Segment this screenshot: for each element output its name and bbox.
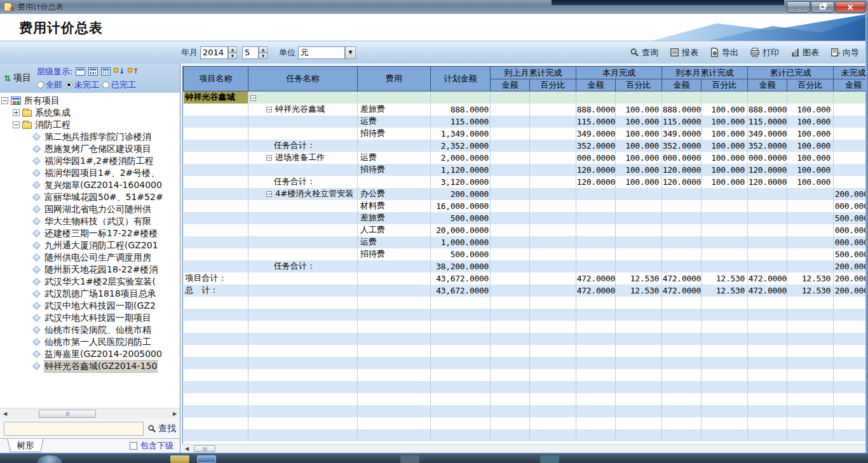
cell[interactable] — [576, 91, 616, 104]
taskbar-icon[interactable] — [197, 455, 216, 463]
cell[interactable] — [358, 91, 431, 104]
cell[interactable] — [662, 224, 702, 236]
cell[interactable]: 120.0000 — [748, 164, 787, 176]
chart-button[interactable]: 图表 — [790, 47, 819, 58]
cell[interactable] — [702, 236, 748, 248]
cell[interactable] — [184, 200, 248, 212]
tree-item[interactable]: 福润华园1#,2#楼消防工程 — [0, 155, 180, 167]
cell[interactable] — [662, 212, 702, 224]
cell[interactable] — [491, 128, 530, 140]
cell[interactable] — [530, 128, 576, 140]
tree-item[interactable]: 复兴烟草(GZ2014-1604000 — [0, 179, 180, 191]
cell[interactable] — [358, 260, 431, 272]
tree-item[interactable]: 益海嘉里(GZ2014-2005000 — [0, 348, 180, 360]
tree-horizontal-scrollbar[interactable]: ◀ ▶ — [0, 408, 180, 419]
refresh-sort-icon[interactable]: ⇅ — [4, 74, 11, 83]
cell[interactable] — [184, 188, 248, 200]
cell[interactable] — [834, 104, 868, 116]
cell[interactable] — [530, 248, 576, 260]
cell[interactable] — [834, 91, 868, 104]
cell[interactable] — [576, 248, 616, 260]
cell[interactable] — [576, 188, 616, 200]
cell[interactable]: 100.000 — [702, 152, 748, 164]
cell[interactable] — [530, 164, 576, 176]
cell[interactable] — [184, 212, 248, 224]
cell[interactable] — [491, 200, 530, 212]
cell[interactable] — [491, 152, 530, 164]
query-button[interactable]: 查询 — [630, 47, 658, 58]
cell[interactable]: 钟祥光谷鑫城 — [184, 91, 248, 104]
cell[interactable]: 100.000 — [616, 128, 662, 140]
cell[interactable]: 000.0000 — [834, 224, 868, 236]
cell[interactable]: 运费 — [358, 152, 431, 164]
cell[interactable] — [748, 248, 787, 260]
cell[interactable]: 100.000 — [702, 128, 748, 140]
cell[interactable]: 12.530 — [702, 285, 748, 297]
cell[interactable] — [431, 91, 491, 104]
cell[interactable]: 100.000 — [787, 152, 834, 164]
cell[interactable] — [702, 260, 748, 272]
cell[interactable] — [834, 176, 868, 188]
cell[interactable] — [748, 200, 787, 212]
collapse-icon[interactable]: − — [266, 107, 272, 112]
cell[interactable]: 办公费 — [358, 188, 431, 200]
cell[interactable] — [530, 188, 576, 200]
cell[interactable]: 招待费 — [358, 164, 431, 176]
taskbar-icon[interactable] — [540, 455, 559, 463]
cell[interactable] — [616, 212, 662, 224]
cell[interactable] — [702, 188, 748, 200]
scroll-left-icon[interactable]: ◀ — [182, 446, 191, 452]
cell[interactable]: 43,672.0000 — [431, 285, 491, 297]
cell[interactable] — [662, 260, 702, 272]
restore-button[interactable] — [811, 1, 834, 13]
sort-ascending-icon[interactable]: ↑ — [128, 67, 139, 76]
cell[interactable] — [787, 91, 834, 104]
cell[interactable] — [248, 116, 358, 128]
report-button[interactable]: 报表 — [670, 47, 698, 58]
cell[interactable]: 200.0000 — [431, 188, 491, 200]
cell[interactable] — [491, 224, 530, 236]
collapse-icon[interactable]: − — [250, 95, 256, 101]
cell[interactable] — [248, 272, 358, 285]
cell[interactable] — [491, 164, 530, 176]
cell[interactable]: 2,000.0000 — [431, 152, 491, 164]
cell[interactable]: 888.0000 — [662, 104, 702, 116]
grid-horizontal-scrollbar[interactable]: ◀ — [182, 444, 868, 453]
tree-item[interactable]: 国网湖北省电力公司随州供 — [0, 203, 180, 215]
cell[interactable]: 1,000.0000 — [431, 236, 491, 248]
cell[interactable] — [491, 176, 530, 188]
cell[interactable]: − — [248, 91, 358, 104]
cell[interactable] — [248, 248, 358, 260]
level-view-3-icon[interactable] — [101, 67, 111, 76]
taskbar-icon[interactable] — [170, 455, 189, 463]
cell[interactable] — [530, 104, 576, 116]
cell[interactable]: 352.0000 — [662, 140, 702, 152]
cell[interactable] — [530, 116, 576, 128]
cell[interactable] — [616, 248, 662, 260]
cell[interactable]: 20,000.0000 — [431, 224, 491, 236]
cell[interactable]: 349.0000 — [662, 128, 702, 140]
cell[interactable]: 1,349.0000 — [431, 128, 491, 140]
cell[interactable] — [748, 224, 787, 236]
cell[interactable] — [787, 212, 834, 224]
cell[interactable] — [248, 212, 358, 224]
cell[interactable]: 100.000 — [702, 104, 748, 116]
cell[interactable]: 12.530 — [787, 272, 834, 285]
cell[interactable]: 差旅费 — [358, 104, 431, 116]
cell[interactable] — [834, 152, 868, 164]
cell[interactable] — [491, 188, 530, 200]
cell[interactable] — [576, 236, 616, 248]
cell[interactable]: −4#楼消火栓立管安装 — [248, 188, 358, 200]
cell[interactable]: 500.0000 — [431, 248, 491, 260]
cell[interactable] — [184, 224, 248, 236]
cell[interactable]: 200.0000 — [834, 272, 868, 285]
cell[interactable]: 2,352.0000 — [431, 140, 491, 152]
cell[interactable] — [576, 200, 616, 212]
print-button[interactable]: 打印 — [750, 47, 779, 58]
cell[interactable] — [184, 116, 248, 128]
close-button[interactable]: × — [835, 1, 865, 13]
cell[interactable]: 888.0000 — [748, 104, 787, 116]
cell[interactable] — [530, 200, 576, 212]
cell[interactable]: 472.0000 — [748, 285, 787, 297]
filter-radio-1[interactable]: 未完工 — [65, 79, 99, 91]
